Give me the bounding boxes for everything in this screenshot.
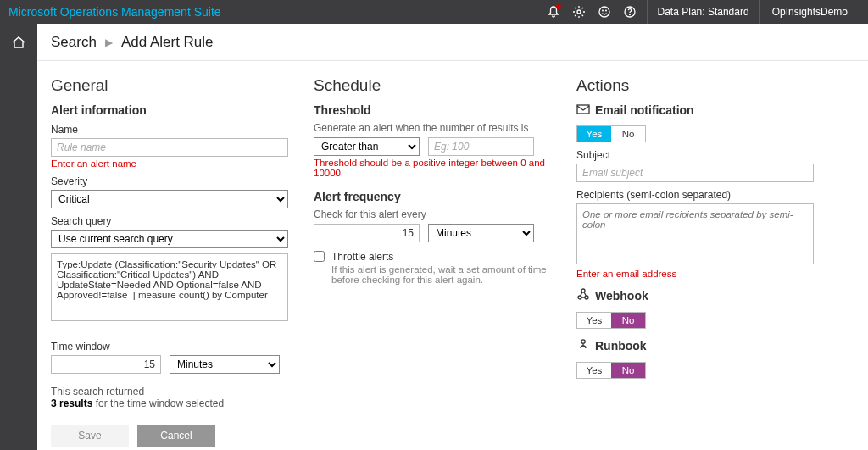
alert-info-header: Alert information xyxy=(51,103,288,117)
subject-label: Subject xyxy=(576,149,814,161)
webhook-header: Webhook xyxy=(576,287,814,303)
query-label: Search query xyxy=(51,215,288,227)
runbook-header: Runbook xyxy=(576,337,814,353)
time-window-value[interactable] xyxy=(51,355,161,374)
feedback-smiley-icon[interactable] xyxy=(598,5,611,19)
runbook-icon xyxy=(576,337,590,353)
webhook-icon xyxy=(576,287,590,303)
notification-badge xyxy=(556,4,561,9)
email-toggle-yes[interactable]: Yes xyxy=(577,126,611,142)
email-toggle-no[interactable]: No xyxy=(611,126,645,142)
threshold-header: Threshold xyxy=(314,103,551,117)
threshold-desc: Generate an alert when the number of res… xyxy=(314,122,551,134)
webhook-toggle-yes[interactable]: Yes xyxy=(577,313,611,328)
throttle-label: Throttle alerts xyxy=(331,251,551,263)
data-plan-label: Data Plan: xyxy=(658,6,705,18)
webhook-toggle-no[interactable]: No xyxy=(611,313,645,328)
svg-point-2 xyxy=(602,10,603,11)
recipients-textarea[interactable] xyxy=(576,203,814,264)
threshold-operator-select[interactable]: Greater than xyxy=(314,137,420,156)
schedule-title: Schedule xyxy=(314,76,551,95)
time-window-label: Time window xyxy=(51,341,288,353)
data-plan[interactable]: Data Plan: Standard xyxy=(647,0,760,24)
name-label: Name xyxy=(51,124,288,136)
alert-name-error: Enter an alert name xyxy=(51,158,288,169)
notification-icon[interactable] xyxy=(547,5,560,19)
actions-title: Actions xyxy=(576,76,814,95)
runbook-toggle-yes[interactable]: Yes xyxy=(577,363,611,378)
throttle-desc: If this alert is generated, wait a set a… xyxy=(331,264,551,285)
gear-icon[interactable] xyxy=(572,5,586,19)
runbook-toggle[interactable]: Yes No xyxy=(576,362,646,379)
threshold-value-input[interactable] xyxy=(428,137,534,156)
frequency-value-input[interactable] xyxy=(314,224,420,242)
alert-frequency-desc: Check for this alert every xyxy=(314,208,551,220)
query-source-select[interactable]: Use current search query xyxy=(51,230,288,248)
help-icon[interactable] xyxy=(623,5,637,19)
svg-point-9 xyxy=(581,289,585,292)
recipients-error: Enter an email address xyxy=(576,269,814,279)
subject-input[interactable] xyxy=(576,164,814,182)
severity-select[interactable]: Critical xyxy=(51,190,288,208)
breadcrumb-root[interactable]: Search xyxy=(51,34,97,51)
alert-name-input[interactable] xyxy=(51,138,288,157)
frequency-unit-select[interactable]: Minutes xyxy=(428,224,534,242)
email-notification-header: Email notification xyxy=(576,103,814,117)
svg-rect-6 xyxy=(577,105,589,114)
email-toggle[interactable]: Yes No xyxy=(576,125,646,142)
svg-point-3 xyxy=(605,10,606,11)
save-button[interactable]: Save xyxy=(51,425,129,447)
general-title: General xyxy=(51,76,288,95)
breadcrumb: Search ▶ Add Alert Rule xyxy=(37,34,214,51)
alert-frequency-header: Alert frequency xyxy=(314,190,551,203)
svg-point-1 xyxy=(599,7,609,17)
svg-point-10 xyxy=(581,340,585,343)
mail-icon xyxy=(576,103,590,117)
search-summary: This search returned 3 results for the t… xyxy=(51,386,288,409)
time-window-unit[interactable]: Minutes xyxy=(170,355,280,374)
app-title: Microsoft Operations Management Suite xyxy=(8,5,547,19)
data-plan-value: Standard xyxy=(708,6,749,18)
webhook-toggle[interactable]: Yes No xyxy=(576,312,646,329)
severity-label: Severity xyxy=(51,175,288,187)
breadcrumb-current: Add Alert Rule xyxy=(121,34,214,51)
cancel-button[interactable]: Cancel xyxy=(137,425,215,447)
recipients-label: Recipients (semi-colon separated) xyxy=(576,189,814,201)
svg-point-8 xyxy=(585,296,588,299)
svg-point-7 xyxy=(578,296,581,299)
home-icon[interactable] xyxy=(0,24,37,61)
svg-point-5 xyxy=(629,14,630,15)
chevron-right-icon: ▶ xyxy=(105,36,113,48)
svg-point-0 xyxy=(577,10,581,14)
runbook-toggle-no[interactable]: No xyxy=(611,363,645,378)
user-menu[interactable]: OpInsightsDemo xyxy=(760,0,860,24)
query-textarea[interactable]: Type:Update (Classification:"Security Up… xyxy=(51,253,288,321)
throttle-checkbox[interactable] xyxy=(314,251,325,262)
threshold-error: Threshold should be a positive integer b… xyxy=(314,158,551,178)
